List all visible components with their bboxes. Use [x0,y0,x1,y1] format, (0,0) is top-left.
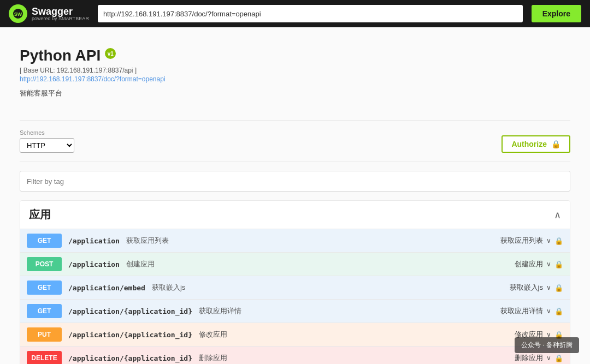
section-header[interactable]: 应用 ∧ [20,201,570,229]
expand-icon: ∨ [546,237,551,244]
explore-button[interactable]: Explore [532,5,581,22]
version-badge: v1 [105,48,116,59]
lock-icon: 🔒 [554,237,563,245]
api-right: 创建应用 ∨ 🔒 [515,259,563,269]
lock-icon: 🔒 [554,331,563,339]
logo-circle: SW [9,4,27,23]
right-label: 获取应用列表 [500,236,543,246]
api-row[interactable]: GET /application/{application_id} 获取应用详情… [20,300,570,323]
api-path: /application/embed [68,284,145,292]
api-title-row: Python API v1 [20,47,570,64]
api-section: 应用 ∧ GET /application 获取应用列表 获取应用列表 ∨ 🔒 … [20,200,570,364]
api-summary: 获取应用详情 [199,306,494,316]
api-right: 获取应用详情 ∨ 🔒 [500,306,563,316]
schemes-container: Schemes HTTP HTTPS [20,129,74,153]
base-url: [ Base URL: 192.168.191.197:8837/api ] [20,67,570,74]
expand-icon: ∨ [546,354,551,362]
api-path: /application [68,260,120,268]
lock-icon: 🔒 [554,284,563,292]
expand-icon: ∨ [546,284,551,291]
method-badge: DELETE [27,351,62,364]
main-content: Python API v1 [ Base URL: 192.168.191.19… [11,27,579,364]
api-summary: 获取应用列表 [126,236,494,246]
expand-icon: ∨ [546,331,551,338]
api-path: /application/{application_id} [68,307,192,315]
lock-icon: 🔒 [554,307,563,315]
logo: SW Swagger powered by SMARTBEAR [9,4,89,23]
api-row[interactable]: PUT /application/{application_id} 修改应用 修… [20,323,570,347]
endpoints-list: GET /application 获取应用列表 获取应用列表 ∨ 🔒 POST … [20,229,570,364]
api-right: 获取应用列表 ∨ 🔒 [500,236,563,246]
lock-icon: 🔒 [554,354,563,362]
api-path: /application [68,237,120,245]
right-label: 获取嵌入js [510,283,543,293]
schemes-select[interactable]: HTTP HTTPS [20,138,74,153]
expand-icon: ∨ [546,260,551,268]
method-badge: GET [27,234,62,248]
api-summary: 修改应用 [199,330,508,339]
logo-text: Swagger [32,7,89,16]
right-label: 创建应用 [515,259,543,269]
schemes-row: Schemes HTTP HTTPS Authorize 🔒 [20,120,570,162]
api-row[interactable]: DELETE /application/{application_id} 删除应… [20,347,570,364]
method-badge: GET [27,304,62,318]
chevron-up-icon: ∧ [554,209,561,221]
schemes-label: Schemes [20,129,74,136]
right-label: 获取应用详情 [500,306,543,316]
right-label: 删除应用 [515,353,543,363]
svg-text:SW: SW [14,11,22,17]
api-path: /application/{application_id} [68,331,192,339]
api-right: 修改应用 ∨ 🔒 [515,330,563,339]
method-badge: GET [27,281,62,295]
api-summary: 获取嵌入js [152,283,503,293]
api-path: /application/{application_id} [68,354,192,362]
api-right: 获取嵌入js ∨ 🔒 [510,283,563,293]
section-title: 应用 [29,207,51,222]
filter-input[interactable] [20,171,570,192]
api-row[interactable]: POST /application 创建应用 创建应用 ∨ 🔒 [20,253,570,276]
navbar: SW Swagger powered by SMARTBEAR Explore [0,0,590,27]
api-header: Python API v1 [ Base URL: 192.168.191.19… [20,38,570,109]
logo-sub: powered by SMARTBEAR [32,16,89,21]
lock-icon: 🔒 [551,140,560,148]
api-title: Python API [20,47,101,64]
api-summary: 创建应用 [126,259,508,269]
method-badge: POST [27,257,62,271]
authorize-label: Authorize [511,140,547,148]
api-right: 删除应用 ∨ 🔒 [515,353,563,363]
api-row[interactable]: GET /application/embed 获取嵌入js 获取嵌入js ∨ 🔒 [20,276,570,300]
api-description: 智能客服平台 [20,88,570,98]
method-badge: PUT [27,327,62,342]
api-summary: 删除应用 [199,353,508,363]
api-row[interactable]: GET /application 获取应用列表 获取应用列表 ∨ 🔒 [20,229,570,253]
api-link[interactable]: http://192.168.191.197:8837/doc/?format=… [20,75,570,83]
authorize-button[interactable]: Authorize 🔒 [502,135,570,153]
lock-icon: 🔒 [554,260,563,268]
url-input[interactable] [98,5,523,22]
right-label: 修改应用 [515,330,543,339]
expand-icon: ∨ [546,307,551,315]
